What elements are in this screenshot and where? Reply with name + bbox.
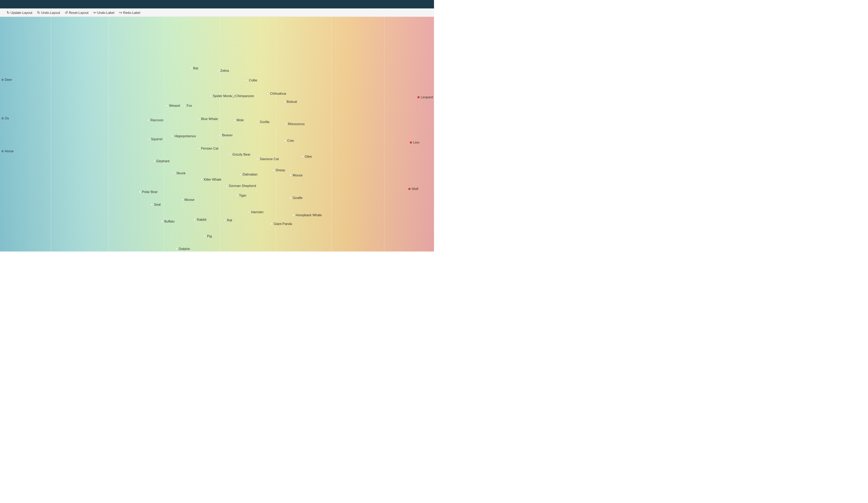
redo-label-button[interactable]: ↪ Redo-Label xyxy=(117,9,143,17)
label-bat: Bat xyxy=(193,66,198,70)
label-deer: Deer xyxy=(5,78,12,81)
dot-raccoon xyxy=(147,119,149,121)
animal-persian-cat[interactable]: Persian Cat xyxy=(198,146,218,150)
animal-weasel[interactable]: Weasel xyxy=(166,104,180,107)
animal-grizzly-bear[interactable]: Grizzly Bear xyxy=(229,153,250,156)
animal-fox[interactable]: Fox xyxy=(183,104,192,107)
dot-wolf xyxy=(409,188,411,190)
animal-dolphin[interactable]: Dolphin xyxy=(175,247,190,250)
animal-deer[interactable]: Deer xyxy=(1,78,12,81)
dot-ox xyxy=(1,117,3,120)
label-seal: Seal xyxy=(154,203,161,206)
dot-deer xyxy=(1,79,3,81)
label-squirrel: Squirrel xyxy=(151,137,163,141)
animal-bobcat[interactable]: Bobcat xyxy=(283,100,297,103)
dot-giant-panda xyxy=(270,223,272,225)
label-fox: Fox xyxy=(187,104,192,107)
animal-chihuahua[interactable]: Chihuahua xyxy=(267,92,286,95)
label-leopard: Leopard xyxy=(421,95,433,99)
dot-cow xyxy=(284,140,286,142)
animal-elephant[interactable]: Elephant xyxy=(153,159,169,163)
scatter-plot[interactable]: DeerOxHorseLeopardLionWolfBatZebraCollie… xyxy=(0,17,434,252)
animal-horse[interactable]: Horse xyxy=(1,149,13,153)
label-blue-whale: Blue Whale xyxy=(201,117,218,121)
animal-mole[interactable]: Mole xyxy=(233,118,244,122)
label-polar-bear: Polar Bear xyxy=(142,190,158,194)
svg-rect-1 xyxy=(0,17,434,252)
animal-raccoon[interactable]: Raccoon xyxy=(147,118,163,122)
animal-gorilla[interactable]: Gorilla xyxy=(257,120,269,124)
label-wolf: Wolf xyxy=(412,187,418,191)
reset-layout-button[interactable]: ↺ Reset-Layout xyxy=(62,9,91,17)
animal-humpback-whale[interactable]: Humpback Whale xyxy=(292,213,322,217)
label-siamese-cat: Siamese Cat xyxy=(260,157,279,161)
animal-rat[interactable]: Rat xyxy=(224,218,232,222)
dot-elephant xyxy=(153,160,155,162)
animal-zebra[interactable]: Zebra xyxy=(217,69,229,72)
label-zebra: Zebra xyxy=(220,69,229,72)
dot-hippopotamus xyxy=(171,135,173,137)
dot-gorilla xyxy=(257,121,259,123)
update-layout-button[interactable]: ↻ Update-Layout xyxy=(4,9,35,17)
dot-polar-bear xyxy=(138,191,141,193)
dot-seal xyxy=(151,204,153,206)
label-rabbit: Rabbit xyxy=(197,218,206,221)
animal-hamster[interactable]: Hamster xyxy=(248,210,264,214)
animal-tiger[interactable]: Tiger xyxy=(236,194,247,197)
label-rhinoceros: Rhinoceros xyxy=(288,122,305,126)
dot-otter xyxy=(301,156,303,158)
dot-rabbit xyxy=(194,219,196,221)
animal-mouse[interactable]: Mouse xyxy=(289,173,302,177)
label-german-shepherd: German Shepherd xyxy=(229,184,256,187)
animal-ox[interactable]: Ox xyxy=(1,116,9,120)
label-skunk: Skunk xyxy=(176,171,186,175)
animal-sheep[interactable]: Sheep xyxy=(272,168,285,172)
animal-cow[interactable]: Cow xyxy=(284,139,294,142)
label-hamster: Hamster xyxy=(251,210,264,214)
undo-label-button[interactable]: ↩ Undo-Label xyxy=(91,9,117,17)
animal-moose[interactable]: Moose xyxy=(181,198,194,202)
label-cow: Cow xyxy=(287,139,294,142)
reset-layout-icon: ↺ xyxy=(65,11,68,15)
animal-killer-whale[interactable]: Killer Whale xyxy=(200,178,221,181)
dot-blue-whale xyxy=(198,118,200,120)
animal-polar-bear[interactable]: Polar Bear xyxy=(138,190,158,194)
label-spider-monkey: Spider Monkey xyxy=(213,94,235,98)
dot-moose xyxy=(181,199,183,201)
animal-wolf[interactable]: Wolf xyxy=(409,187,418,191)
animal-skunk[interactable]: Skunk xyxy=(173,171,186,175)
animal-rhinoceros[interactable]: Rhinoceros xyxy=(285,122,305,126)
animal-leopard[interactable]: Leopard xyxy=(417,95,433,99)
dot-buffalo xyxy=(161,220,163,223)
animal-pig[interactable]: Pig xyxy=(204,234,212,238)
animal-buffalo[interactable]: Buffalo xyxy=(161,219,175,223)
animal-hippopotamus[interactable]: Hippopotamus xyxy=(171,134,196,138)
animal-beaver[interactable]: Beaver xyxy=(219,133,233,137)
animal-giant-panda[interactable]: Giant Panda xyxy=(270,222,292,226)
animal-dalmatian[interactable]: Dalmatian xyxy=(239,173,258,176)
dot-bobcat xyxy=(283,101,286,103)
animal-giraffe[interactable]: Giraffe xyxy=(289,196,302,199)
undo-layout-button[interactable]: ↻ Undo-Layout xyxy=(35,9,62,17)
animal-siamese-cat[interactable]: Siamese Cat xyxy=(257,157,279,161)
animal-lion[interactable]: Lion xyxy=(410,141,420,144)
animal-collie[interactable]: Collie xyxy=(246,79,257,82)
dot-tiger xyxy=(236,195,238,197)
animal-bat[interactable]: Bat xyxy=(190,66,198,70)
label-chimpanzee: Chimpanzee xyxy=(235,94,254,98)
dot-beaver xyxy=(219,134,221,136)
label-dolphin: Dolphin xyxy=(179,247,190,250)
animal-blue-whale[interactable]: Blue Whale xyxy=(198,117,218,121)
animal-seal[interactable]: Seal xyxy=(151,203,161,206)
animal-squirrel[interactable]: Squirrel xyxy=(148,137,163,141)
animal-otter[interactable]: Otter xyxy=(301,155,312,158)
label-grizzly-bear: Grizzly Bear xyxy=(232,153,250,156)
dot-chihuahua xyxy=(267,93,269,95)
animal-german-shepherd[interactable]: German Shepherd xyxy=(225,184,256,187)
label-sheep: Sheep xyxy=(276,168,285,172)
label-chihuahua: Chihuahua xyxy=(270,92,286,95)
animal-rabbit[interactable]: Rabbit xyxy=(194,218,206,221)
animal-spider-monkey[interactable]: Spider Monkey xyxy=(209,94,235,98)
redo-label-label: Redo-Label xyxy=(123,11,140,14)
animal-chimpanzee[interactable]: Chimpanzee xyxy=(232,94,254,98)
